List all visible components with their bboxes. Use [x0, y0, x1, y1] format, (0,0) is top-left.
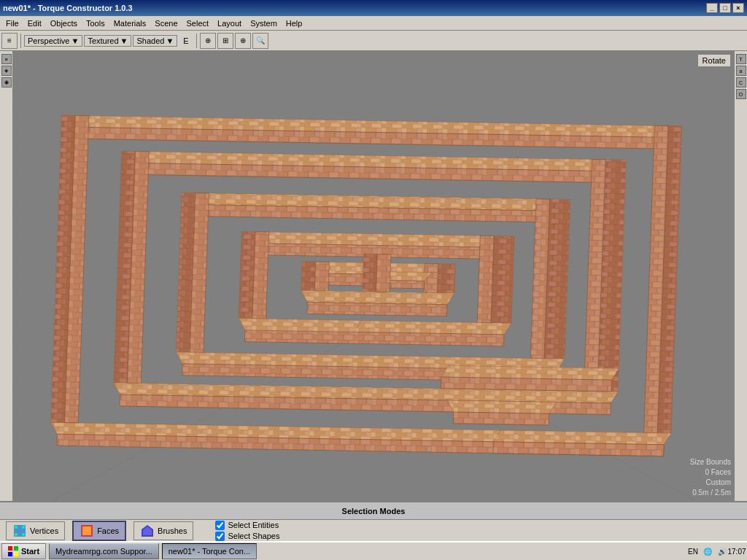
toolbar-e-label: E	[179, 35, 193, 47]
faces-icon	[80, 524, 94, 538]
left-sidebar-icon3[interactable]: ◉	[1, 77, 12, 88]
svg-marker-64	[363, 254, 377, 292]
toolbar-zoom-selected[interactable]: ⊕	[235, 33, 251, 49]
svg-rect-83	[14, 552, 18, 556]
faces-label: Faces	[97, 526, 119, 535]
left-sidebar-icon2[interactable]: ◈	[1, 66, 12, 76]
viewport-container: ≡ ◈ ◉	[0, 51, 747, 501]
svg-point-72	[15, 526, 18, 529]
toolbar-zoom-extents[interactable]: ⊕	[200, 33, 216, 49]
minimize-button[interactable]: _	[706, 3, 718, 13]
menu-select[interactable]: Select	[182, 18, 214, 29]
title-bar: new01* - Torque Constructor 1.0.3 _ □ ×	[0, 0, 747, 16]
start-button[interactable]: Start	[1, 543, 46, 559]
maze-3d-object	[13, 51, 734, 501]
svg-marker-54	[301, 262, 316, 291]
svg-marker-70	[453, 412, 549, 425]
svg-marker-47	[252, 232, 269, 319]
windows-logo-icon	[8, 546, 18, 556]
brushes-icon	[140, 524, 155, 538]
left-sidebar-icon1[interactable]: ≡	[1, 54, 12, 64]
taskbar-app-1[interactable]: Mydreamrpg.com Suppor...	[49, 543, 159, 559]
status-bar: Selection Modes	[0, 501, 747, 519]
taskbar-tray: EN 🌐 🔊 17:07	[687, 545, 746, 557]
toolbar-perspective-dropdown[interactable]: Perspective ▼	[24, 35, 82, 47]
menu-tools[interactable]: Tools	[82, 18, 109, 29]
right-sidebar-icon1[interactable]: T	[736, 54, 746, 64]
menu-materials[interactable]: Materials	[109, 18, 151, 29]
main-3d-viewport[interactable]: Rotate Size Bounds 0 Faces Custom 0.5m /…	[13, 51, 734, 501]
svg-rect-81	[14, 546, 18, 551]
right-sidebar-icon2[interactable]: a	[736, 66, 746, 76]
menu-edit[interactable]: Edit	[23, 18, 46, 29]
rotate-button[interactable]: Rotate	[697, 54, 731, 67]
faces-mode-button[interactable]: Faces	[72, 521, 126, 541]
menu-layout[interactable]: Layout	[213, 18, 246, 29]
svg-marker-49	[477, 236, 494, 323]
stat-dimensions: 0.5m / 2.5m	[690, 488, 731, 498]
left-sidebar: ≡ ◈ ◉	[0, 51, 13, 501]
stat-size-bounds: Size Bounds	[690, 457, 731, 467]
svg-rect-77	[82, 526, 91, 535]
right-sidebar-icon3[interactable]: C	[736, 77, 746, 88]
toolbar-icon1[interactable]: ≡	[1, 33, 18, 49]
main-toolbar: ≡ Perspective ▼ Textured ▼ Shaded ▼ E ⊕ …	[0, 31, 747, 51]
svg-marker-48	[491, 236, 514, 323]
status-text: Selection Modes	[342, 507, 406, 516]
stat-faces: 0 Faces	[690, 467, 731, 478]
close-button[interactable]: ×	[732, 3, 744, 13]
select-entities-item[interactable]: Select Entities	[215, 521, 279, 530]
right-sidebar: T a C O	[734, 51, 747, 501]
textured-arrow: ▼	[120, 36, 128, 45]
menu-bar: File Edit Objects Tools Materials Scene …	[0, 16, 747, 31]
select-shapes-checkbox[interactable]	[215, 532, 225, 541]
shaded-label: Shaded	[136, 36, 164, 45]
toolbar-shaded-dropdown[interactable]: Shaded ▼	[133, 35, 177, 47]
menu-help[interactable]: Help	[282, 18, 307, 29]
toolbar-textured-dropdown[interactable]: Textured ▼	[84, 35, 131, 47]
window-title: new01* - Torque Constructor 1.0.3	[3, 4, 133, 12]
volume-icon: 🔊	[716, 545, 728, 557]
toolbar-sep1	[20, 34, 21, 48]
maximize-button[interactable]: □	[719, 3, 731, 13]
shaded-arrow: ▼	[166, 36, 174, 45]
taskbar: Start Mydreamrpg.com Suppor... new01* - …	[0, 541, 747, 560]
network-icon: 🌐	[702, 545, 713, 557]
toolbar-zoom-btn[interactable]: 🔍	[252, 33, 268, 49]
taskbar-app-2[interactable]: new01* - Torque Con...	[162, 543, 257, 559]
menu-objects[interactable]: Objects	[46, 18, 82, 29]
svg-marker-59	[307, 302, 447, 316]
perspective-arrow: ▼	[71, 36, 79, 45]
textured-label: Textured	[88, 36, 118, 45]
svg-marker-55	[314, 262, 329, 291]
vertices-label: Vertices	[30, 526, 58, 535]
select-entities-checkbox[interactable]	[215, 521, 225, 530]
brushes-label: Brushes	[158, 526, 187, 535]
taskbar-app-2-label: new01* - Torque Con...	[169, 547, 250, 556]
vertices-mode-button[interactable]: Vertices	[6, 521, 65, 540]
menu-system[interactable]: System	[246, 18, 282, 29]
perspective-label: Perspective	[28, 36, 69, 45]
menu-file[interactable]: File	[1, 18, 23, 29]
stats-overlay: Size Bounds 0 Faces Custom 0.5m / 2.5m	[690, 457, 731, 498]
svg-marker-65	[376, 254, 390, 292]
select-shapes-label: Select Shapes	[228, 532, 279, 540]
selection-checkboxes: Select Entities Select Shapes	[215, 521, 279, 541]
svg-marker-69	[447, 400, 557, 414]
vertices-icon	[12, 524, 27, 538]
svg-point-75	[22, 533, 25, 536]
svg-point-74	[15, 533, 18, 536]
clock-icon: 17:07	[731, 545, 743, 557]
select-shapes-item[interactable]: Select Shapes	[215, 532, 279, 541]
title-bar-buttons[interactable]: _ □ ×	[706, 3, 744, 13]
taskbar-app-1-label: Mydreamrpg.com Suppor...	[55, 547, 152, 556]
stat-custom: Custom	[690, 478, 731, 488]
right-sidebar-icon4[interactable]: O	[736, 89, 746, 99]
brushes-mode-button[interactable]: Brushes	[133, 521, 193, 540]
selection-modes-toolbar: Vertices Faces Brushes Select Entities S…	[0, 519, 747, 541]
toolbar-zoom-region[interactable]: ⊞	[217, 33, 233, 49]
svg-point-73	[22, 526, 25, 529]
svg-rect-80	[8, 546, 12, 551]
svg-marker-56	[438, 264, 456, 293]
menu-scene[interactable]: Scene	[150, 18, 182, 29]
